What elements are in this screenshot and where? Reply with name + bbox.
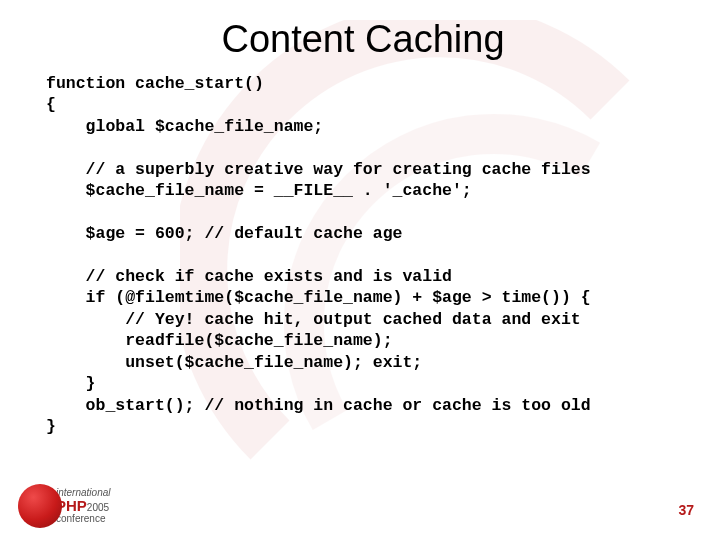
code-line: // check if cache exists and is valid [46, 267, 452, 286]
code-line: } [46, 374, 96, 393]
code-line: } [46, 417, 56, 436]
slide-title: Content Caching [46, 18, 680, 61]
logo-line-php-year: PHP2005 [56, 498, 110, 514]
code-line: readfile($cache_file_name); [46, 331, 393, 350]
code-line: if (@filemtime($cache_file_name) + $age … [46, 288, 591, 307]
logo-line-conference: conference [56, 514, 110, 525]
code-line: // a superbly creative way for creating … [46, 160, 591, 179]
code-line: global $cache_file_name; [46, 117, 323, 136]
code-line: function cache_start() [46, 74, 264, 93]
code-line: $cache_file_name = __FILE__ . '_cache'; [46, 181, 472, 200]
code-line: unset($cache_file_name); exit; [46, 353, 422, 372]
conference-logo: international PHP2005 conference [18, 484, 110, 528]
page-number: 37 [678, 502, 694, 518]
logo-text: international PHP2005 conference [56, 488, 110, 525]
code-line: { [46, 95, 56, 114]
code-block: function cache_start() { global $cache_f… [46, 73, 680, 437]
code-line: $age = 600; // default cache age [46, 224, 402, 243]
code-line: // Yey! cache hit, output cached data an… [46, 310, 581, 329]
code-line: ob_start(); // nothing in cache or cache… [46, 396, 591, 415]
logo-badge-icon [18, 484, 62, 528]
